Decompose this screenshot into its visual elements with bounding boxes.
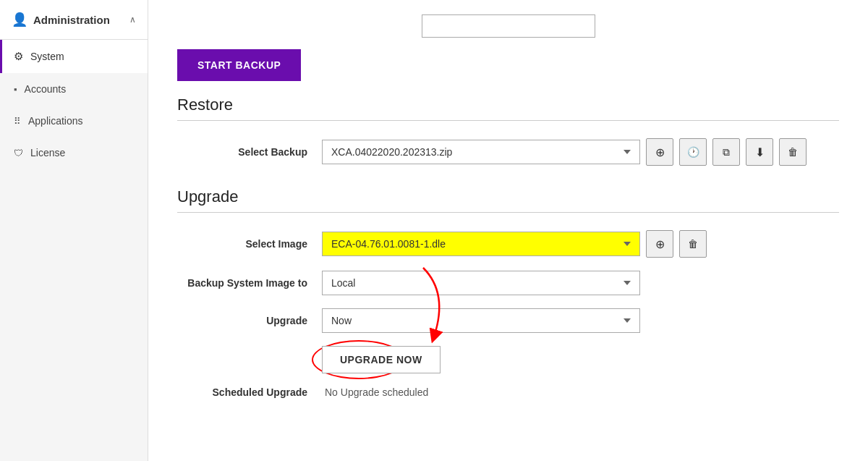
sidebar-item-license[interactable]: 🛡 License	[0, 137, 148, 169]
select-backup-label: Select Backup	[177, 146, 322, 158]
select-backup-dropdown[interactable]: XCA.04022020.202313.zip	[322, 140, 640, 164]
upgrade-now-button[interactable]: UPGRADE NOW	[322, 346, 441, 373]
sidebar-item-applications[interactable]: ⠿ Applications	[0, 105, 148, 137]
delete-backup-button[interactable]: 🗑	[779, 138, 807, 166]
scheduled-upgrade-controls: No Upgrade scheduled	[322, 386, 428, 398]
backup-system-dropdown[interactable]: Local	[322, 271, 640, 295]
sidebar-item-system[interactable]: ⚙ System	[0, 40, 148, 73]
copy-backup-button[interactable]: ⧉	[712, 138, 740, 166]
download-backup-button[interactable]: ⬇	[746, 138, 773, 166]
sidebar-header: 👤 Administration ∧	[0, 0, 148, 40]
sidebar-item-label: System	[30, 51, 64, 62]
applications-icon: ⠿	[14, 116, 21, 127]
select-image-controls: ECA-04.76.01.0081-1.dle ⊕ 🗑	[322, 230, 707, 258]
accounts-icon: ▪	[14, 84, 17, 95]
sidebar-item-accounts[interactable]: ▪ Accounts	[0, 73, 148, 105]
restore-title: Restore	[177, 96, 839, 114]
select-backup-controls: XCA.04022020.202313.zip ⊕ 🕐 ⧉ ⬇ 🗑	[322, 138, 807, 166]
sidebar: 👤 Administration ∧ ⚙ System ▪ Accounts ⠿…	[0, 0, 148, 461]
sidebar-item-label: Accounts	[25, 83, 67, 95]
upgrade-dropdown[interactable]: Now	[322, 308, 640, 333]
add-backup-button[interactable]: ⊕	[646, 138, 673, 166]
restore-history-button[interactable]: 🕐	[679, 138, 707, 166]
upgrade-label: Upgrade	[177, 315, 322, 326]
scheduled-upgrade-row: Scheduled Upgrade No Upgrade scheduled	[177, 386, 839, 398]
upgrade-divider	[177, 212, 839, 213]
sidebar-title: Administration	[33, 14, 110, 26]
backup-section: START BACKUP	[177, 7, 839, 96]
sidebar-item-label: Applications	[28, 115, 83, 127]
delete-image-button[interactable]: 🗑	[679, 230, 707, 258]
backup-system-row: Backup System Image to Local	[177, 271, 839, 295]
select-backup-row: Select Backup XCA.04022020.202313.zip ⊕ …	[177, 138, 839, 166]
scheduled-upgrade-label: Scheduled Upgrade	[177, 386, 322, 398]
chevron-up-icon[interactable]: ∧	[129, 14, 136, 25]
select-image-dropdown[interactable]: ECA-04.76.01.0081-1.dle	[322, 232, 640, 256]
main-content: START BACKUP Restore Select Backup XCA.0…	[148, 0, 868, 461]
add-image-button[interactable]: ⊕	[646, 230, 673, 258]
upgrade-title: Upgrade	[177, 187, 839, 206]
start-backup-button[interactable]: START BACKUP	[177, 49, 301, 81]
sidebar-item-label: License	[30, 147, 65, 158]
license-icon: 🛡	[14, 148, 23, 158]
select-image-label: Select Image	[177, 238, 322, 250]
sidebar-nav: ⚙ System ▪ Accounts ⠿ Applications 🛡 Lic…	[0, 40, 148, 169]
restore-divider	[177, 120, 839, 121]
restore-section: Restore Select Backup XCA.04022020.20231…	[177, 96, 839, 166]
scheduled-upgrade-value: No Upgrade scheduled	[325, 386, 428, 398]
upgrade-row: Upgrade Now	[177, 308, 839, 333]
upgrade-now-controls: UPGRADE NOW	[322, 346, 441, 373]
system-icon: ⚙	[14, 50, 23, 63]
upgrade-now-row: UPGRADE NOW	[177, 346, 839, 373]
select-image-row: Select Image ECA-04.76.01.0081-1.dle ⊕ 🗑	[177, 230, 839, 258]
backup-system-label: Backup System Image to	[177, 277, 322, 289]
upgrade-section: Upgrade Select Image ECA-04.76.01.0081-1…	[177, 187, 839, 398]
admin-icon: 👤	[12, 12, 27, 28]
upgrade-controls: Now	[322, 308, 640, 333]
backup-system-controls: Local	[322, 271, 640, 295]
upgrade-now-container: UPGRADE NOW	[322, 346, 441, 373]
